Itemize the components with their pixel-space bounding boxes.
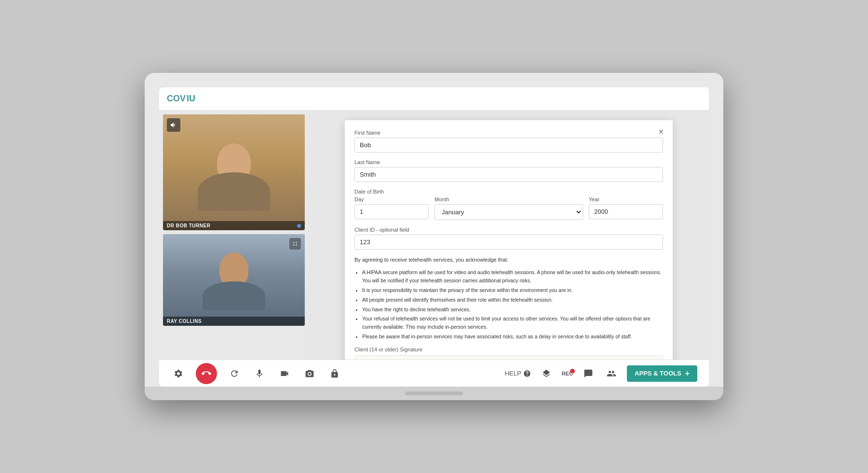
- chat-icon: [583, 369, 593, 378]
- microphone-button[interactable]: [252, 366, 267, 381]
- dob-year-field: Year: [589, 196, 663, 220]
- toolbar-right: HELP REC: [505, 365, 697, 382]
- active-dot: [297, 224, 301, 228]
- first-name-input[interactable]: [354, 138, 663, 153]
- dob-label: Date of Birth: [354, 189, 663, 195]
- plus-icon: +: [685, 369, 690, 378]
- layers-icon: [542, 369, 551, 378]
- phone-icon: [202, 369, 211, 378]
- first-name-label: First Name: [354, 130, 663, 136]
- consent-item-6: Please be aware that in-person services …: [362, 333, 663, 341]
- consent-item-3: All people present will identify themsel…: [362, 296, 663, 304]
- name-badge-text-ray-collins: RAY COLLINS: [167, 319, 202, 324]
- apps-tools-label: APPS & TOOLS: [635, 370, 681, 377]
- video-feed-dr-turner: [163, 114, 305, 230]
- lock-icon: [330, 369, 339, 378]
- help-button[interactable]: HELP: [505, 370, 531, 377]
- face-top: [217, 143, 251, 182]
- video-feed-ray-collins: [163, 234, 305, 326]
- expand-icon: [292, 241, 298, 247]
- participants-button[interactable]: [604, 366, 619, 381]
- lock-button[interactable]: [327, 366, 342, 381]
- consent-item-4: You have the right to decline telehealth…: [362, 306, 663, 314]
- video-silhouette-top: [163, 114, 305, 230]
- laptop-base: [145, 387, 723, 400]
- logo-cov: COV: [167, 94, 186, 104]
- dob-month-field: Month January February March April May J…: [434, 196, 583, 220]
- client-sig-drawing: [355, 356, 663, 360]
- screenshot-button[interactable]: [302, 366, 317, 381]
- left-panel: DR BOB TURNER: [159, 111, 309, 360]
- sound-icon: [170, 121, 177, 129]
- help-icon: [523, 370, 531, 377]
- video-bg-ray: [163, 234, 305, 326]
- video-panel-ray-collins: RAY COLLINS: [163, 234, 305, 326]
- dob-day-input[interactable]: [354, 204, 429, 219]
- client-id-group: Client ID - optional field: [354, 227, 663, 250]
- modal-close-button[interactable]: ×: [655, 126, 667, 138]
- refresh-button[interactable]: [227, 366, 242, 381]
- client-id-label: Client ID - optional field: [354, 227, 663, 233]
- consent-intro: By agreeing to receive telehealth servic…: [354, 256, 663, 264]
- rec-dot: [570, 369, 575, 374]
- expand-button[interactable]: [289, 238, 301, 250]
- client-sig-box[interactable]: ↺ Sign above: [354, 355, 663, 360]
- screenshot-icon: [305, 369, 314, 378]
- consent-item-1: A HIPAA secure platform will be used for…: [362, 268, 663, 285]
- name-badge-ray-collins: RAY COLLINS: [163, 317, 305, 326]
- face-bottom: [219, 252, 248, 286]
- last-name-input[interactable]: [354, 167, 663, 182]
- chat-button[interactable]: [581, 366, 596, 381]
- client-signature-section: Client (14 or older) Signature ↺: [354, 347, 663, 360]
- modal-overlay: × First Name Last Name: [309, 111, 709, 360]
- rec-container: REC: [562, 371, 573, 376]
- last-name-label: Last Name: [354, 159, 663, 165]
- camera-icon: [280, 369, 289, 378]
- end-call-button[interactable]: [196, 363, 217, 384]
- main-content: DR BOB TURNER: [159, 111, 709, 360]
- rec-button[interactable]: REC: [562, 371, 573, 376]
- participants-icon: [607, 369, 616, 378]
- dob-day-field: Day: [354, 196, 429, 220]
- first-name-group: First Name: [354, 130, 663, 153]
- dob-year-label: Year: [589, 196, 663, 202]
- settings-button[interactable]: [171, 366, 186, 381]
- bottom-toolbar: HELP REC: [159, 360, 709, 387]
- sound-toggle-button[interactable]: [167, 118, 180, 132]
- dob-month-select[interactable]: January February March April May June Ju…: [434, 204, 583, 220]
- dob-year-input[interactable]: [589, 204, 663, 219]
- client-sig-reset-button[interactable]: ↺: [358, 359, 364, 360]
- dob-day-label: Day: [354, 196, 429, 202]
- consent-item-2: It is your responsibility to maintain th…: [362, 286, 663, 294]
- help-label: HELP: [505, 370, 521, 377]
- dob-row: Day Month January February March: [354, 196, 663, 220]
- video-panel-dr-turner: DR BOB TURNER: [163, 114, 305, 230]
- consent-item-5: Your refusal of telehealth services will…: [362, 315, 663, 331]
- settings-icon: [174, 369, 183, 378]
- video-section: RAY COLLINS ‹ ›: [163, 234, 305, 326]
- logo: COVIU: [167, 94, 195, 104]
- refresh-icon: [230, 369, 239, 378]
- toolbar-left: [171, 363, 342, 384]
- dob-month-label: Month: [434, 196, 583, 202]
- top-bar: COVIU: [159, 87, 709, 111]
- right-panel: × First Name Last Name: [309, 111, 709, 360]
- layers-button[interactable]: [539, 366, 554, 381]
- name-badge-dr-turner: DR BOB TURNER: [163, 221, 305, 230]
- apps-tools-button[interactable]: APPS & TOOLS +: [627, 365, 697, 382]
- client-sig-label: Client (14 or older) Signature: [354, 347, 663, 352]
- camera-button[interactable]: [277, 366, 292, 381]
- dob-group: Date of Birth Day Month: [354, 189, 663, 220]
- consent-list: A HIPAA secure platform will be used for…: [354, 268, 663, 340]
- client-id-input[interactable]: [354, 235, 663, 250]
- last-name-group: Last Name: [354, 159, 663, 182]
- consent-modal: × First Name Last Name: [345, 120, 673, 360]
- logo-iu: IU: [187, 94, 195, 104]
- microphone-icon: [255, 369, 264, 378]
- name-badge-text-dr-turner: DR BOB TURNER: [167, 223, 210, 228]
